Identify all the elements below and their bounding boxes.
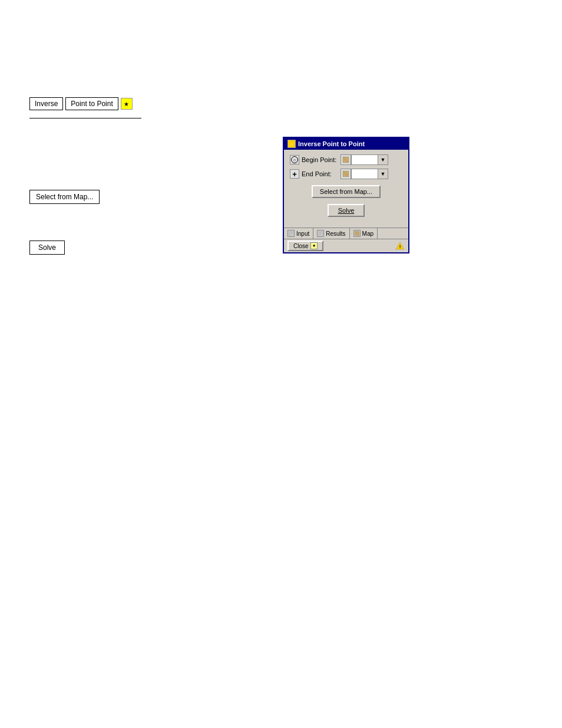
inverse-button[interactable]: Inverse [29, 97, 63, 110]
tab-map-label: Map [362, 230, 373, 237]
dialog-body: ○ Begin Point: 1 ▼ + End Point: [284, 150, 408, 228]
point-to-point-button[interactable]: Point to Point [65, 97, 118, 110]
begin-point-dropdown[interactable]: ▼ [378, 154, 388, 165]
dialog-title-text: Inverse Point to Point [298, 140, 365, 147]
end-point-label: End Point: [302, 170, 338, 177]
tab-results[interactable]: Results [313, 228, 349, 239]
dialog-solve-button[interactable]: Solve [328, 204, 365, 217]
begin-point-input-group: 1 ▼ [340, 154, 402, 165]
begin-point-label: Begin Point: [302, 156, 338, 163]
dialog-title-icon: ⌂ [287, 140, 296, 148]
tab-input-icon [287, 230, 295, 237]
end-point-input[interactable]: 6 [351, 169, 378, 179]
tab-map-icon [353, 230, 361, 237]
solve-button-bg[interactable]: Solve [29, 241, 65, 255]
svg-text:!: ! [399, 244, 401, 249]
end-point-input-group: 6 ▼ [340, 169, 402, 179]
dialog-bottombar: Close ★ ! [284, 239, 408, 252]
tab-results-label: Results [326, 230, 345, 237]
tab-input-label: Input [296, 230, 309, 237]
tab-results-icon [317, 230, 324, 237]
begin-point-input[interactable]: 1 [351, 154, 378, 165]
dialog-titlebar: ⌂ Inverse Point to Point [284, 138, 408, 150]
warning-icon: ! [395, 241, 405, 251]
tab-map[interactable]: Map [350, 228, 378, 239]
main-content: Inverse Point to Point ★ Select from Map… [0, 0, 562, 728]
toolbar: Inverse Point to Point ★ [29, 97, 133, 110]
end-point-img-icon [340, 169, 351, 179]
toolbar-star-icon[interactable]: ★ [121, 98, 133, 110]
toolbar-underline [29, 118, 141, 118]
dialog-window: ⌂ Inverse Point to Point ○ Begin Point: … [283, 137, 409, 253]
dialog-select-from-map-button[interactable]: Select from Map... [312, 185, 381, 198]
begin-point-img-icon [340, 154, 351, 165]
select-from-map-button-bg[interactable]: Select from Map... [29, 190, 100, 204]
begin-point-symbol: ○ [290, 155, 299, 164]
close-label: Close [293, 243, 309, 249]
begin-point-row: ○ Begin Point: 1 ▼ [290, 154, 402, 165]
dialog-tabs: Input Results Map [284, 228, 408, 239]
dialog-close-button[interactable]: Close ★ [287, 241, 323, 251]
end-point-symbol: + [290, 169, 299, 179]
end-point-dropdown[interactable]: ▼ [378, 169, 388, 179]
tab-input[interactable]: Input [284, 228, 313, 239]
close-star-icon: ★ [310, 242, 318, 249]
end-point-row: + End Point: 6 ▼ [290, 169, 402, 179]
